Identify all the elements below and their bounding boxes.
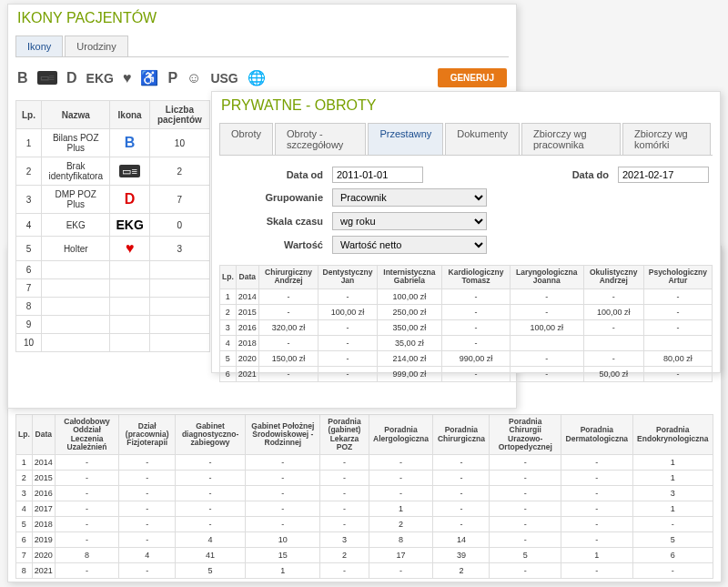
table-row[interactable]: 3DMP POZ PlusD7	[16, 186, 210, 214]
b-icon: B	[17, 70, 28, 86]
th: Laryngologiczna Joanna	[510, 266, 583, 289]
label-data-do: Data do	[509, 169, 609, 180]
th-nazwa: Nazwa	[42, 101, 110, 129]
table-row[interactable]: 10	[16, 334, 210, 352]
label-data-od: Data od	[223, 169, 323, 180]
tab-p2-4[interactable]: Zbiorczy wg pracownika	[521, 123, 621, 155]
ekg-icon: EKG	[86, 71, 114, 86]
table-row[interactable]: 2Brak identyfikatora▭≡2	[16, 157, 210, 186]
tab-p2-3[interactable]: Dokumenty	[445, 123, 520, 155]
card-icon: ▭≡	[37, 71, 57, 85]
table-row[interactable]: 52020150,00 zł-214,00 zł990,00 zł--80,00…	[220, 350, 713, 366]
tab-p2-1[interactable]: Obroty - szczegółowy	[275, 123, 366, 155]
table-row[interactable]: 32016320,00 zł-350,00 zł-100,00 zł--	[220, 319, 713, 335]
panel2-form: Data od Data do Grupowanie Pracownik Ska…	[212, 159, 720, 261]
table-row[interactable]: 9	[16, 316, 210, 334]
kalendarz-table: Lp.DataCałodobowy Oddział Leczenia Uzale…	[15, 414, 713, 579]
th: Poradnia (gabinet) Lekarza POZ	[320, 415, 369, 455]
panel1-title: IKONY PACJENTÓW	[8, 5, 516, 32]
tab-p2-5[interactable]: Zbiorczy wg komórki	[622, 123, 711, 155]
panel1-tabs: Ikony Urodziny	[15, 35, 509, 57]
th: Poradnia Chirurgii Urazowo-Ortopedycznej	[490, 415, 561, 455]
th: Poradnia Chirurgiczna	[433, 415, 490, 455]
panel2-tabs: ObrotyObroty - szczegółowyPrzestawnyDoku…	[219, 123, 713, 156]
th: Psychologiczny Artur	[643, 266, 712, 289]
th: Dział (pracownia) Fizjoterapii	[119, 415, 176, 455]
table-row[interactable]: 22015---------1	[16, 471, 713, 486]
tab-p2-0[interactable]: Obroty	[219, 123, 273, 155]
th: Całodobowy Oddział Leczenia Uzależnień	[55, 415, 119, 455]
tab-urodziny[interactable]: Urodziny	[65, 35, 127, 56]
th: Data	[32, 415, 55, 455]
th: Gabinet Położnej Środowiskowej - Rodzinn…	[246, 415, 320, 455]
label-skala: Skala czasu	[223, 216, 323, 227]
th-ikona: Ikona	[110, 101, 149, 129]
th: Data	[236, 266, 258, 289]
table-row[interactable]: 6	[16, 261, 210, 279]
th: Dentystyczny Jan	[318, 266, 377, 289]
th-lp: Lp.	[16, 101, 42, 129]
th: Lp.	[220, 266, 237, 289]
table-row[interactable]: 1Bilans POZ PlusB10	[16, 129, 210, 157]
table-row[interactable]: 42018--35,00 zł-	[220, 335, 713, 350]
select-skala[interactable]: wg roku	[332, 212, 487, 230]
th: Lp.	[16, 415, 33, 455]
input-data-do[interactable]	[618, 167, 709, 183]
iconbar: B ▭≡ D EKG ♥ ♿ P ☺ USG 🌐 GENERUJ	[8, 61, 516, 95]
table-row[interactable]: 12014--100,00 zł----	[220, 288, 713, 304]
table-row[interactable]: 22015-100,00 zł250,00 zł--100,00 zł-	[220, 304, 713, 319]
table-row[interactable]: 12014---------1	[16, 455, 713, 471]
select-grupowanie[interactable]: Pracownik	[332, 188, 487, 207]
th: Kardiologiczny Tomasz	[442, 266, 511, 289]
p-icon: P	[167, 70, 177, 86]
table-row[interactable]: 32016---------3	[16, 486, 713, 501]
table-row[interactable]: 82021--51--2---	[16, 563, 713, 579]
icons-table: Lp. Nazwa Ikona Liczba pacjentów 1Bilans…	[15, 100, 210, 352]
table-row[interactable]: 42017-----1---1	[16, 501, 713, 517]
th: Okulistyczny Andrzej	[583, 266, 643, 289]
icon-row: B ▭≡ D EKG ♥ ♿ P ☺ USG 🌐	[17, 69, 266, 86]
th: Internistyczna Gabriela	[377, 266, 442, 289]
heart-icon: ♥	[123, 70, 132, 86]
th-liczba: Liczba pacjentów	[149, 101, 209, 129]
smile-icon: ☺	[187, 70, 201, 86]
th: Poradnia Endokrynologiczna	[632, 415, 713, 455]
table-row[interactable]: 8	[16, 298, 210, 316]
usg-icon: USG	[210, 71, 238, 86]
obroty-table: Lp.DataChirurgiczny AndrzejDentystyczny …	[219, 265, 713, 382]
d-icon: D	[66, 70, 77, 86]
label-wartosc: Wartość	[223, 239, 323, 250]
globe-icon: 🌐	[248, 69, 266, 86]
th: Poradnia Dermatologiczna	[561, 415, 632, 455]
table-row[interactable]: 52018-----2----	[16, 517, 713, 532]
table-row[interactable]: 62021--999,00 zł--50,00 zł-	[220, 366, 713, 381]
th: Chirurgiczny Andrzej	[258, 266, 318, 289]
label-grupowanie: Grupowanie	[223, 192, 323, 203]
table-row[interactable]: 7202084411521739516	[16, 548, 713, 563]
tab-ikony[interactable]: Ikony	[15, 35, 63, 56]
panel2-title: PRYWATNE - OBROTY	[212, 92, 720, 119]
wheelchair-icon: ♿	[140, 69, 158, 86]
generate-button[interactable]: GENERUJ	[438, 68, 507, 87]
select-wartosc[interactable]: Wartość netto	[332, 236, 487, 254]
table-row[interactable]: 4EKGEKG0	[16, 214, 210, 237]
th: Gabinet diagnostyczno-zabiegowy	[176, 415, 246, 455]
th: Poradnia Alergologiczna	[369, 415, 433, 455]
table-row[interactable]: 62019--4103814--5	[16, 532, 713, 548]
tab-p2-2[interactable]: Przestawny	[368, 123, 443, 155]
table-row[interactable]: 7	[16, 279, 210, 298]
input-data-od[interactable]	[332, 167, 423, 183]
panel-prywatne-obroty: PRYWATNE - OBROTY ObrotyObroty - szczegó…	[211, 91, 721, 373]
table-row[interactable]: 5Holter♥3	[16, 237, 210, 261]
